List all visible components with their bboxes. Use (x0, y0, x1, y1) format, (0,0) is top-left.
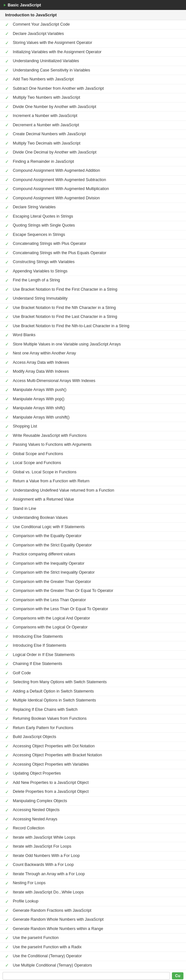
list-item[interactable]: ✓Store Multiple Values in one Variable u… (0, 340, 186, 349)
list-item[interactable]: ✓Subtract One Number from Another with J… (0, 84, 186, 94)
list-item[interactable]: ✓Practice comparing different values (0, 550, 186, 559)
list-item[interactable]: ✓Iterate Odd Numbers With a For Loop (0, 851, 186, 861)
list-item[interactable]: ✓Escaping Literal Quotes in Strings (0, 212, 186, 221)
list-item[interactable]: ✓Use Bracket Notation to Find the Nth Ch… (0, 304, 186, 313)
list-item[interactable]: ✓Adding a Default Option in Switch State… (0, 687, 186, 696)
list-item[interactable]: ✓Stand in Line (0, 504, 186, 514)
list-item[interactable]: ✓Use the Conditional (Ternary) Operator (0, 952, 186, 961)
list-item[interactable]: ✓Replacing If Else Chains with Switch (0, 705, 186, 715)
list-item[interactable]: ✓Iterate with JavaScript While Loops (0, 833, 186, 843)
list-item[interactable]: ✓Global vs. Local Scope in Functions (0, 468, 186, 477)
list-item[interactable]: ✓Constructing Strings with Variables (0, 258, 186, 267)
list-item[interactable]: ✓Access Array Data with Indexes (0, 358, 186, 368)
list-item[interactable]: ✓Storing Values with the Assignment Oper… (0, 38, 186, 48)
list-item[interactable]: ✓Chaining If Else Statements (0, 660, 186, 669)
list-item[interactable]: ✓Use Bracket Notation to Find the Nth-to… (0, 322, 186, 331)
list-item[interactable]: ✓Quoting Strings with Single Quotes (0, 221, 186, 231)
list-item[interactable]: ✓Increment a Number with JavaScript (0, 111, 186, 121)
list-item[interactable]: ✓Comparison with the Less Than Or Equal … (0, 605, 186, 614)
list-item[interactable]: ✓Comparison with the Greater Than Or Equ… (0, 587, 186, 596)
list-item[interactable]: ✓Accessing Object Properties with Dot No… (0, 742, 186, 751)
list-item[interactable]: ✓Comparison with the Strict Inequality O… (0, 568, 186, 578)
list-item[interactable]: ✓Comparisons with the Logical Or Operato… (0, 623, 186, 632)
list-item[interactable]: ✓Passing Values to Functions with Argume… (0, 440, 186, 450)
list-item[interactable]: ✓Delete Properties from a JavaScript Obj… (0, 788, 186, 797)
list-item[interactable]: ✓Modify Array Data With Indexes (0, 367, 186, 377)
list-item[interactable]: ✓Updating Object Properties (0, 769, 186, 778)
list-item[interactable]: ✓Compound Assignment With Augmented Mult… (0, 185, 186, 194)
list-item[interactable]: ✓Return Early Pattern for Functions (0, 724, 186, 733)
list-item[interactable]: ✓Comparison with the Less Than Operator (0, 596, 186, 605)
list-item[interactable]: ✓Multiply Two Numbers with JavaScript (0, 93, 186, 103)
list-item[interactable]: ✓Write Reusable JavaScript with Function… (0, 431, 186, 441)
list-item[interactable]: ✓Manipulating Complex Objects (0, 797, 186, 806)
list-item[interactable]: ✓Profile Lookup (0, 897, 186, 906)
list-item[interactable]: ✓Manipulate Arrays With unshift() (0, 413, 186, 422)
list-item[interactable]: ✓Manipulate Arrays With push() (0, 385, 186, 395)
list-item[interactable]: ✓Iterate with JavaScript Do...While Loop… (0, 888, 186, 897)
list-item[interactable]: ✓Generate Random Fractions with JavaScri… (0, 906, 186, 916)
list-item[interactable]: ✓Introducing Else If Statements (0, 641, 186, 651)
list-item[interactable]: ✓Concatenating Strings with the Plus Equ… (0, 249, 186, 258)
list-item[interactable]: ✓Comparison with the Greater Than Operat… (0, 578, 186, 587)
list-item[interactable]: ✓Returning Boolean Values from Functions (0, 714, 186, 724)
list-item[interactable]: ✓Nest one Array within Another Array (0, 349, 186, 358)
list-item[interactable]: ✓Compound Assignment With Augmented Subt… (0, 176, 186, 185)
list-item[interactable]: ✓Selecting from Many Options with Switch… (0, 678, 186, 687)
list-item[interactable]: ✓Understanding Undefined Value returned … (0, 486, 186, 495)
list-item[interactable]: ✓Use the parseInt Function with a Radix (0, 943, 186, 952)
list-item[interactable]: ✓Understand String Immutability (0, 294, 186, 304)
list-item[interactable]: ✓Accessing Object Properties with Variab… (0, 760, 186, 770)
search-input[interactable] (3, 972, 170, 980)
list-item[interactable]: ✓Accessing Nested Objects (0, 806, 186, 815)
list-item[interactable]: ✓Add New Properties to a JavaScript Obje… (0, 778, 186, 788)
list-item[interactable]: ✓Accessing Object Properties with Bracke… (0, 751, 186, 760)
list-item[interactable]: ✓Comparison with the Inequality Operator (0, 559, 186, 568)
list-item[interactable]: ✓Use Conditional Logic with If Statement… (0, 523, 186, 532)
list-item[interactable]: ✓Add Two Numbers with JavaScript (0, 75, 186, 84)
list-item[interactable]: ✓Compound Assignment With Augmented Addi… (0, 166, 186, 176)
list-item[interactable]: ✓Multiple Identical Options in Switch St… (0, 696, 186, 705)
list-item[interactable]: ✓Accessing Nested Arrays (0, 815, 186, 824)
list-item[interactable]: ✓Find the Length of a String (0, 276, 186, 285)
list-item[interactable]: ✓Shopping List (0, 422, 186, 431)
list-item[interactable]: ✓Nesting For Loops (0, 879, 186, 888)
list-item[interactable]: ✓Understanding Uninitialized Variables (0, 57, 186, 66)
list-item[interactable]: ✓Local Scope and Functions (0, 458, 186, 468)
list-item[interactable]: ✓Use Multiple Conditional (Ternary) Oper… (0, 961, 186, 970)
list-item[interactable]: ✓Create Decimal Numbers with JavaScript (0, 130, 186, 139)
list-item[interactable]: ✓Return a Value from a Function with Ret… (0, 477, 186, 486)
list-item[interactable]: ✓Golf Code (0, 669, 186, 678)
list-item[interactable]: ✓Initializing Variables with the Assignm… (0, 48, 186, 57)
list-item[interactable]: ✓Appending Variables to Strings (0, 267, 186, 276)
list-item[interactable]: ✓Comment Your JavaScript Code (0, 20, 186, 29)
list-item[interactable]: ✓Understanding Boolean Values (0, 513, 186, 523)
list-item[interactable]: ✓Manipulate Arrays With shift() (0, 404, 186, 413)
list-item[interactable]: ✓Comparison with the Strict Equality Ope… (0, 541, 186, 550)
list-item[interactable]: ✓Declare JavaScript Variables (0, 29, 186, 39)
list-item[interactable]: ✓Introducing Else Statements (0, 632, 186, 641)
list-item[interactable]: ✓Word Blanks (0, 331, 186, 340)
list-item[interactable]: ✓Finding a Remainder in JavaScript (0, 158, 186, 167)
list-item[interactable]: ✓Multiply Two Decimals with JavaScript (0, 139, 186, 148)
list-item[interactable]: ✓Build JavaScript Objects (0, 733, 186, 742)
list-item[interactable]: ✓Manipulate Arrays With pop() (0, 395, 186, 404)
list-item[interactable]: ✓Generate Random Whole Numbers with Java… (0, 915, 186, 924)
list-item[interactable]: ✓Access Multi-Dimensional Arrays With In… (0, 377, 186, 386)
list-item[interactable]: ✓Use Bracket Notation to Find the Last C… (0, 312, 186, 322)
list-item[interactable]: ✓Divide One Decimal by Another with Java… (0, 148, 186, 158)
list-item[interactable]: ✓Global Scope and Functions (0, 450, 186, 459)
list-item[interactable]: ✓Divide One Number by Another with JavaS… (0, 103, 186, 112)
list-item[interactable]: ✓Declare String Variables (0, 203, 186, 212)
list-item[interactable]: ✓Comparison with the Equality Operator (0, 532, 186, 541)
list-item[interactable]: ✓Record Collection (0, 824, 186, 833)
list-item[interactable]: ✓Decrement a Number with JavaScript (0, 121, 186, 130)
list-item[interactable]: ✓Escape Sequences in Strings (0, 231, 186, 240)
list-item[interactable]: ✓Logical Order in If Else Statements (0, 651, 186, 660)
list-item[interactable]: ✓Iterate Through an Array with a For Loo… (0, 870, 186, 879)
list-item[interactable]: ✓Use the parseInt Function (0, 934, 186, 943)
list-item[interactable]: ✓Compound Assignment With Augmented Divi… (0, 194, 186, 203)
list-item[interactable]: ✓Comparisons with the Logical And Operat… (0, 614, 186, 623)
cu-button[interactable]: Cu (172, 972, 183, 979)
list-item[interactable]: ✓Count Backwards With a For Loop (0, 861, 186, 870)
